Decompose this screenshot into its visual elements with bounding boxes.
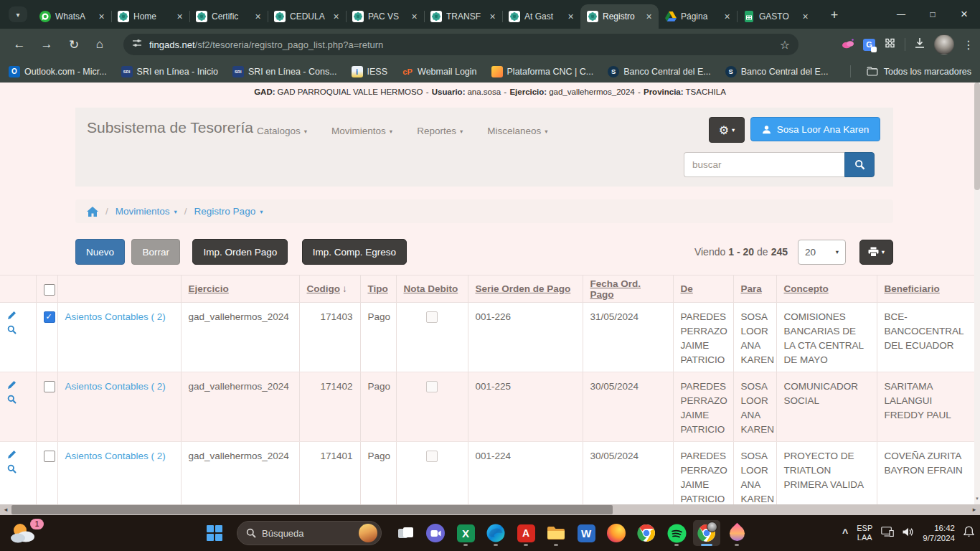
chrome-active-button[interactable]: [693, 520, 720, 546]
site-settings-icon[interactable]: [132, 38, 142, 51]
breadcrumb-movimientos[interactable]: Movimientos▾: [116, 206, 177, 217]
imp-orden-pago-button[interactable]: Imp. Orden Pago: [192, 239, 288, 265]
tab-close-icon[interactable]: ×: [644, 11, 654, 22]
browser-menu-icon[interactable]: ⋮: [963, 38, 973, 52]
nav-reportes[interactable]: Reportes▾: [417, 126, 463, 136]
bookmark-item[interactable]: Plataforma CNC | C...: [491, 66, 594, 77]
tab-close-icon[interactable]: ×: [487, 11, 498, 22]
nav-catalogos[interactable]: Catalogos▾: [257, 126, 307, 136]
scroll-down-arrow-icon[interactable]: ▼: [974, 494, 980, 504]
page-size-select[interactable]: 20 ▾: [798, 240, 846, 265]
weather-extension-icon[interactable]: [842, 38, 854, 52]
tab-close-icon[interactable]: ×: [565, 11, 576, 22]
view-magnifier-icon[interactable]: [7, 463, 17, 478]
col-header-nota-debito[interactable]: Nota Debito: [396, 276, 468, 303]
window-minimize-button[interactable]: —: [885, 0, 917, 29]
bookmark-item[interactable]: O Outlook.com - Micr...: [9, 66, 107, 77]
downloads-icon[interactable]: [914, 37, 925, 52]
imp-comp-egreso-button[interactable]: Imp. Comp. Egreso: [302, 239, 407, 265]
bookmark-item[interactable]: i IESS: [352, 66, 388, 77]
clock[interactable]: 16:429/7/2024: [923, 523, 955, 543]
scroll-right-arrow-icon[interactable]: ▸: [969, 504, 980, 515]
start-button[interactable]: [206, 524, 223, 542]
all-bookmarks-button[interactable]: Todos los marcadores: [867, 60, 971, 83]
asientos-contables-link[interactable]: Asientos Contables ( 2): [65, 311, 166, 322]
borrar-button[interactable]: Borrar: [131, 239, 180, 265]
word-button[interactable]: W: [573, 520, 600, 546]
browser-tab[interactable]: WhatsA ×: [33, 4, 111, 29]
cast-screen-icon[interactable]: [881, 527, 894, 540]
nuevo-button[interactable]: Nuevo: [75, 239, 125, 265]
nav-miscelaneos[interactable]: Miscelaneos▾: [487, 126, 547, 136]
firefox-button[interactable]: [603, 520, 630, 546]
tab-close-icon[interactable]: ×: [409, 11, 420, 22]
col-header-de[interactable]: De: [673, 276, 733, 303]
bookmark-star-icon[interactable]: ☆: [780, 38, 790, 52]
speaker-icon[interactable]: [903, 527, 914, 540]
search-input[interactable]: [684, 152, 844, 177]
browser-tab[interactable]: Home ×: [111, 4, 189, 29]
browser-tab[interactable]: Página ×: [659, 4, 737, 29]
weather-widget[interactable]: 1: [9, 521, 49, 547]
horizontal-scrollbar[interactable]: ◂ ▸: [0, 504, 980, 515]
excel-button[interactable]: X: [452, 520, 479, 546]
teams-chat-button[interactable]: [422, 520, 449, 546]
task-view-button[interactable]: [392, 520, 419, 546]
edge-button[interactable]: [482, 520, 509, 546]
forward-icon[interactable]: →: [36, 34, 57, 55]
tab-close-icon[interactable]: ×: [331, 11, 341, 22]
nav-movimientos[interactable]: Movimientos▾: [331, 126, 392, 136]
file-explorer-button[interactable]: [542, 520, 570, 546]
col-header-tipo[interactable]: Tipo: [360, 276, 396, 303]
bookmark-item[interactable]: cP Webmail Login: [402, 66, 476, 77]
window-maximize-button[interactable]: □: [917, 0, 948, 29]
col-header-serie[interactable]: Serie Orden de Pago: [468, 276, 583, 303]
rainmeter-button[interactable]: [723, 520, 750, 546]
scroll-left-arrow-icon[interactable]: ◂: [0, 504, 11, 515]
edit-pencil-icon[interactable]: [7, 380, 17, 394]
spotify-button[interactable]: [663, 520, 690, 546]
print-button[interactable]: ▾: [859, 240, 893, 265]
asientos-contables-link[interactable]: Asientos Contables ( 2): [65, 381, 166, 392]
browser-tab[interactable]: TRANSF ×: [424, 4, 502, 29]
home-icon[interactable]: [87, 207, 98, 217]
browser-tab[interactable]: GASTO ×: [737, 4, 815, 29]
tab-close-icon[interactable]: ×: [174, 11, 185, 22]
breadcrumb-registro-pago[interactable]: Registro Pago▾: [194, 206, 263, 217]
tab-close-icon[interactable]: ×: [96, 11, 107, 22]
reload-icon[interactable]: ↻: [63, 34, 85, 55]
browser-tab[interactable]: PAC VS ×: [346, 4, 424, 29]
row-checkbox[interactable]: [44, 311, 55, 323]
edit-pencil-icon[interactable]: [7, 310, 17, 324]
back-icon[interactable]: ←: [9, 34, 30, 55]
vertical-scrollbar-thumb[interactable]: [974, 83, 980, 190]
col-header-ejercicio[interactable]: Ejercicio: [181, 276, 299, 303]
tray-chevron-up-icon[interactable]: ^: [842, 527, 848, 539]
chrome-button[interactable]: [633, 520, 660, 546]
bookmark-item[interactable]: S Banco Central del E...: [608, 66, 711, 77]
translate-icon[interactable]: G: [863, 39, 875, 51]
address-bar[interactable]: fingads.net/sf2/tesoreria/registro_pago_…: [123, 34, 798, 55]
new-tab-button[interactable]: +: [825, 6, 844, 24]
tab-close-icon[interactable]: ×: [800, 11, 811, 22]
browser-tab[interactable]: CEDULA ×: [268, 4, 346, 29]
row-checkbox[interactable]: [44, 451, 55, 462]
bookmark-item[interactable]: SRI SRI en Línea - Inicio: [121, 66, 218, 77]
bookmark-item[interactable]: S Banco Central del E...: [725, 66, 829, 77]
asientos-contables-link[interactable]: Asientos Contables ( 2): [65, 451, 166, 461]
select-all-checkbox[interactable]: [44, 284, 55, 296]
language-indicator[interactable]: ESPLAA: [857, 524, 872, 542]
tab-close-icon[interactable]: ×: [722, 11, 732, 22]
col-header-fecha[interactable]: Fecha Ord. Pago: [583, 276, 673, 303]
search-button[interactable]: [844, 152, 875, 177]
col-header-para[interactable]: Para: [733, 276, 776, 303]
view-magnifier-icon[interactable]: [7, 324, 17, 339]
col-header-codigo[interactable]: Codigo↓: [299, 276, 360, 303]
notifications-bell-icon[interactable]: [963, 526, 974, 540]
settings-gear-button[interactable]: ⚙ ▾: [709, 117, 745, 143]
taskbar-search[interactable]: Búsqueda: [237, 521, 382, 545]
profile-avatar[interactable]: [934, 34, 954, 55]
vertical-scrollbar[interactable]: [974, 83, 980, 504]
view-magnifier-icon[interactable]: [7, 394, 17, 408]
tab-close-icon[interactable]: ×: [253, 11, 263, 22]
